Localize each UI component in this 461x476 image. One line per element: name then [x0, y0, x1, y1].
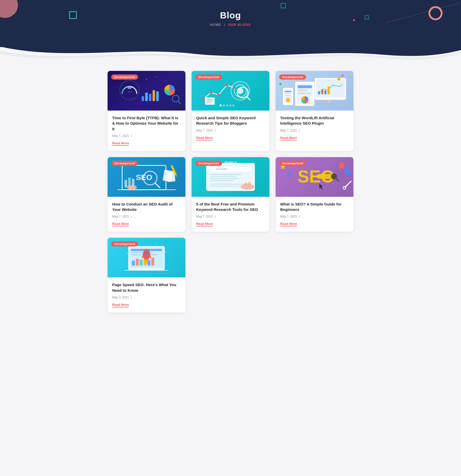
svg-point-20: [203, 98, 205, 100]
card-5-meta: May 7, 2021 |: [196, 215, 265, 218]
svg-point-30: [223, 104, 225, 106]
blog-card-1: 90 /100: [108, 71, 185, 151]
svg-point-33: [233, 104, 235, 106]
svg-rect-72: [129, 187, 135, 189]
svg-rect-77: [210, 174, 242, 175]
svg-rect-7: [156, 91, 159, 101]
svg-point-23: [226, 84, 228, 86]
card-4-body: How to Conduct an SEO Audit of Your Webs…: [108, 197, 185, 232]
svg-rect-45: [298, 89, 307, 91]
card-7-image: Uncategorized: [108, 238, 185, 277]
svg-point-13: [166, 80, 166, 81]
card-7-read-more[interactable]: Read More: [112, 303, 129, 307]
breadcrumb-separator: /: [224, 23, 225, 27]
card-5-category: Uncategorized: [195, 161, 222, 166]
card-3-read-more[interactable]: Read More: [280, 136, 297, 140]
card-7-body: Page Speed SEO: Here's What You Need to …: [108, 277, 185, 312]
svg-point-119: [160, 247, 162, 248]
card-7-title: Page Speed SEO: Here's What You Need to …: [112, 282, 181, 293]
card-4-image: SEO: [108, 157, 185, 197]
svg-rect-5: [149, 94, 152, 101]
card-2-body: Quick and Simple SEO Keyword Research Ti…: [192, 111, 269, 146]
card-1-image: 90 /100: [108, 71, 185, 111]
main-content: 90 /100: [102, 61, 359, 328]
svg-line-61: [155, 183, 160, 188]
svg-rect-62: [125, 180, 127, 187]
svg-point-54: [337, 78, 340, 81]
card-5-read-more[interactable]: Read More: [196, 222, 213, 226]
card-3-category: Uncategorized: [279, 74, 306, 80]
card-5-body: 5 of the Best Free and Premium Keyword R…: [192, 197, 269, 232]
card-3-body: Testing the WordLift Artificial Intellig…: [276, 111, 353, 146]
svg-point-32: [229, 104, 231, 106]
blog-card-3: Uncategorized Testing the WordLift Artif…: [276, 71, 353, 151]
svg-rect-35: [316, 79, 345, 97]
blog-card-4: SEO: [108, 157, 185, 232]
svg-rect-78: [210, 176, 237, 177]
breadcrumb: HOME / OUR BLOGS: [0, 23, 461, 27]
svg-rect-108: [140, 260, 142, 266]
svg-rect-52: [285, 95, 291, 96]
svg-point-121: [127, 253, 128, 254]
svg-rect-79: [210, 178, 239, 179]
card-6-read-more[interactable]: Read More: [280, 222, 297, 226]
svg-rect-6: [153, 90, 155, 101]
card-2-category: Uncategorized: [195, 74, 222, 80]
card-1-category: Uncategorized: [111, 74, 138, 80]
card-6-body: What is SEO? A Simple Guide for Beginner…: [276, 197, 353, 232]
card-1-body: Time to First Byte (TTFB): What It Is & …: [108, 111, 185, 151]
svg-point-120: [165, 252, 166, 253]
svg-point-123: [156, 243, 157, 244]
svg-rect-39: [328, 86, 330, 94]
svg-point-11: [146, 79, 147, 80]
card-2-read-more[interactable]: Read More: [196, 136, 213, 140]
svg-point-9: [172, 95, 179, 102]
card-6-image: SEO: [276, 157, 353, 197]
svg-point-55: [341, 74, 343, 77]
card-3-meta: May 7, 2021 |: [280, 129, 349, 132]
deco-square2: [281, 3, 286, 8]
svg-point-116: [145, 252, 148, 255]
blog-card-2: Uncategorized Quick and Simple SEO Keywo…: [192, 71, 269, 151]
card-2-meta: May 7, 2021 |: [196, 129, 265, 132]
svg-rect-84: [245, 182, 247, 188]
svg-point-53: [286, 98, 290, 102]
card-3-title: Testing the WordLift Artificial Intellig…: [280, 115, 349, 126]
svg-rect-38: [324, 90, 327, 94]
svg-point-97: [343, 186, 346, 189]
blog-grid: 90 /100: [108, 71, 353, 312]
svg-rect-85: [248, 182, 251, 188]
svg-text:/100: /100: [128, 91, 131, 93]
svg-marker-99: [287, 173, 291, 178]
card-1-read-more[interactable]: Read More: [112, 141, 129, 146]
svg-rect-93: [340, 162, 343, 164]
svg-rect-95: [346, 168, 349, 170]
svg-point-22: [217, 94, 220, 96]
svg-line-90: [336, 179, 339, 181]
svg-text:KEYWORD: KEYWORD: [216, 168, 227, 170]
blog-card-7: Uncategorized Page Speed SEO: Here's Wha…: [108, 238, 185, 312]
svg-rect-94: [345, 169, 350, 174]
card-4-read-more[interactable]: Read More: [112, 222, 129, 226]
svg-rect-111: [151, 258, 154, 265]
svg-rect-37: [321, 89, 323, 94]
breadcrumb-home[interactable]: HOME: [210, 23, 221, 27]
svg-line-96: [345, 181, 351, 187]
card-6-title: What is SEO? A Simple Guide for Beginner…: [280, 201, 349, 212]
svg-rect-41: [326, 103, 333, 104]
card-6-category: Uncategorized: [279, 161, 306, 166]
svg-point-24: [233, 86, 236, 89]
svg-line-10: [178, 101, 181, 104]
svg-rect-107: [136, 259, 139, 266]
card-2-image: Uncategorized: [192, 71, 269, 111]
card-4-title: How to Conduct an SEO Audit of Your Webs…: [112, 201, 181, 212]
svg-line-19: [247, 96, 250, 100]
card-2-title: Quick and Simple SEO Keyword Research Ti…: [196, 115, 265, 126]
svg-text:SEARCH: SEARCH: [224, 161, 237, 164]
svg-rect-36: [318, 91, 320, 94]
svg-rect-51: [285, 93, 290, 94]
page-header: Blog HOME / OUR BLOGS: [0, 0, 461, 47]
wave-divider: [0, 47, 461, 61]
card-1-title: Time to First Byte (TTFB): What It Is & …: [112, 115, 181, 132]
svg-rect-80: [210, 180, 234, 181]
